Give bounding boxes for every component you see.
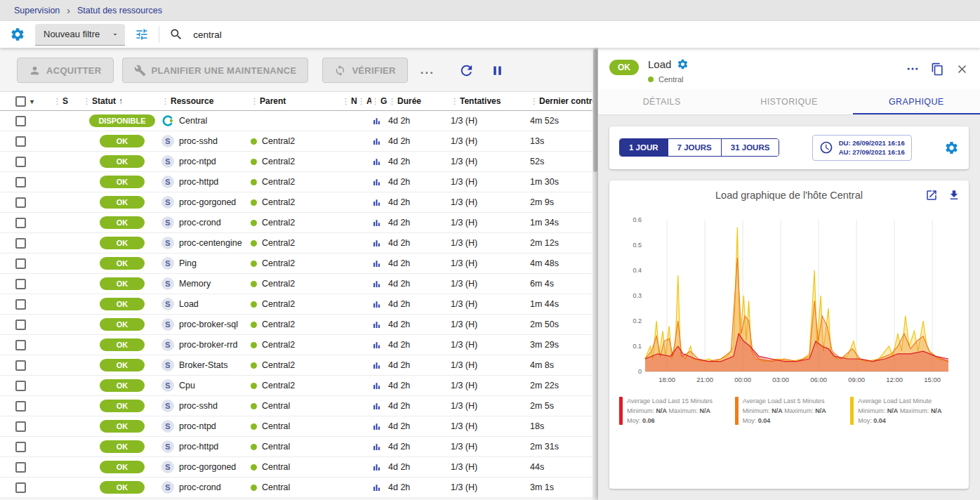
column-header-severity[interactable]: ⋮S <box>53 96 83 106</box>
graph-icon[interactable] <box>371 299 382 310</box>
row-checkbox[interactable] <box>15 421 26 432</box>
graph-settings-gear-icon[interactable] <box>944 140 959 155</box>
table-row[interactable]: OKSMemoryCentral24d 2h1/3 (H)6m 4s <box>0 274 592 294</box>
select-all-checkbox[interactable] <box>15 96 26 107</box>
row-checkbox[interactable] <box>15 340 26 350</box>
graph-cell[interactable] <box>371 116 388 126</box>
row-checkbox[interactable] <box>15 381 26 391</box>
row-checkbox[interactable] <box>15 258 26 269</box>
graph-icon[interactable] <box>371 238 382 249</box>
resource-cell[interactable]: Sproc-centengine <box>161 237 251 249</box>
graph-cell[interactable] <box>371 279 388 289</box>
tab-details[interactable]: DÉTAILS <box>598 89 725 114</box>
column-header-graph[interactable]: ⋮G <box>371 96 388 106</box>
table-row[interactable]: OKSproc-sshdCentral24d 2h1/3 (H)13s <box>0 131 592 152</box>
graph-icon[interactable] <box>371 279 382 289</box>
table-row[interactable]: OKSproc-sshdCentral4d 2h1/3 (H)2m 5s <box>0 396 592 416</box>
resource-cell[interactable]: Sproc-sshd <box>161 400 251 412</box>
resource-cell[interactable]: SPing <box>161 257 251 270</box>
graph-cell[interactable] <box>371 381 388 391</box>
scrollbar-thumb[interactable] <box>593 49 597 172</box>
resource-cell[interactable]: Sproc-httpd <box>161 440 251 453</box>
row-checkbox[interactable] <box>15 157 26 167</box>
graph-cell[interactable] <box>371 218 388 228</box>
graph-icon[interactable] <box>371 157 382 167</box>
graph-icon[interactable] <box>371 340 382 350</box>
resource-cell[interactable]: SLoad <box>161 298 251 310</box>
graph-icon[interactable] <box>371 442 382 452</box>
resource-cell[interactable]: Sproc-broker-sql <box>161 318 251 331</box>
graph-cell[interactable] <box>371 177 388 188</box>
resource-cell[interactable]: SCpu <box>161 379 251 392</box>
column-header-action[interactable]: ⋮A <box>357 96 371 106</box>
row-checkbox[interactable] <box>15 136 26 147</box>
graph-icon[interactable] <box>371 116 382 126</box>
row-checkbox[interactable] <box>15 320 26 330</box>
row-checkbox[interactable] <box>15 238 26 249</box>
column-header-resource[interactable]: ⋮Ressource <box>161 96 251 106</box>
refresh-icon[interactable] <box>458 63 475 79</box>
column-header-tries[interactable]: ⋮Tentatives <box>451 96 530 106</box>
table-row[interactable]: OKSCpuCentral24d 2h1/3 (H)2m 22s <box>0 376 592 396</box>
table-row[interactable]: OKSproc-gorgonedCentral4d 2h1/3 (H)44s <box>0 457 592 478</box>
graph-cell[interactable] <box>371 258 388 269</box>
column-header-status[interactable]: ⋮Statut↑ <box>83 96 161 106</box>
plan-maintenance-button[interactable]: PLANIFIER UNE MAINTENANCE <box>122 58 309 83</box>
graph-icon[interactable] <box>371 136 382 147</box>
graph-cell[interactable] <box>371 401 388 412</box>
graph-icon[interactable] <box>371 462 382 473</box>
legend-item[interactable]: Average Load Last 15 MinutesMinimum: N/A… <box>619 397 728 425</box>
table-row[interactable]: OKSproc-broker-sqlCentral24d 2h1/3 (H)2m… <box>0 315 592 335</box>
resource-cell[interactable]: SMemory <box>161 277 251 290</box>
panel-more-icon[interactable] <box>906 62 920 76</box>
table-row[interactable]: OKSproc-broker-rrdCentral24d 2h1/3 (H)3m… <box>0 335 592 355</box>
graph-cell[interactable] <box>371 299 388 310</box>
row-checkbox[interactable] <box>15 218 26 228</box>
table-row[interactable]: OKSproc-gorgonedCentral24d 2h1/3 (H)2m 9… <box>0 192 592 213</box>
legend-item[interactable]: Average Load Last MinuteMinimum: N/A Max… <box>850 397 959 425</box>
more-actions-button[interactable]: ... <box>416 63 439 77</box>
vertical-scrollbar[interactable] <box>592 48 598 500</box>
breadcrumb-item-supervision[interactable]: Supervision <box>14 6 60 15</box>
open-in-new-icon[interactable] <box>925 189 938 202</box>
graph-cell[interactable] <box>371 320 388 330</box>
graph-cell[interactable] <box>371 462 388 473</box>
table-row[interactable]: OKSproc-ntpdCentral4d 2h1/3 (H)18s <box>0 416 592 437</box>
row-checkbox[interactable] <box>15 299 26 310</box>
row-checkbox[interactable] <box>15 279 26 289</box>
table-row[interactable]: OKSLoadCentral24d 2h1/3 (H)1m 44s <box>0 294 592 315</box>
table-row[interactable]: OKSproc-crondCentral4d 2h1/3 (H)3m 1s <box>0 478 592 498</box>
graph-cell[interactable] <box>371 136 388 147</box>
graph-cell[interactable] <box>371 340 388 350</box>
graph-icon[interactable] <box>371 258 382 269</box>
filters-gear-icon[interactable] <box>10 27 25 42</box>
graph-cell[interactable] <box>371 157 388 167</box>
resource-cell[interactable]: Sproc-broker-rrd <box>161 338 251 351</box>
close-panel-icon[interactable] <box>955 63 969 76</box>
resource-cell[interactable]: Sproc-ntpd <box>161 420 251 433</box>
row-checkbox[interactable] <box>15 442 26 452</box>
graph-icon[interactable] <box>371 482 382 493</box>
date-range-picker[interactable]: DU: 26/09/2021 16:16 AU: 27/09/2021 16:1… <box>812 135 912 161</box>
breadcrumb-item-statut-ressources[interactable]: Statut des ressources <box>77 6 162 15</box>
row-checkbox[interactable] <box>15 462 26 473</box>
row-checkbox[interactable] <box>15 177 26 188</box>
tab-historique[interactable]: HISTORIQUE <box>725 89 852 114</box>
range-7-days-button[interactable]: 7 JOURS <box>668 139 721 156</box>
table-row[interactable]: DISPONIBLECentral4d 2h1/3 (H)4m 52s <box>0 111 592 131</box>
table-row[interactable]: OKSproc-httpdCentral4d 2h1/3 (H)2m 31s <box>0 437 592 457</box>
resource-cell[interactable]: Sproc-crond <box>161 481 251 494</box>
column-header-last-check[interactable]: ⋮Dernier contrôle <box>530 96 592 106</box>
graph-cell[interactable] <box>371 442 388 452</box>
row-checkbox[interactable] <box>15 482 26 493</box>
legend-item[interactable]: Average Load Last 5 MinutesMinimum: N/A … <box>735 397 844 425</box>
graph-cell[interactable] <box>371 482 388 493</box>
graph-icon[interactable] <box>371 421 382 432</box>
graph-cell[interactable] <box>371 238 388 249</box>
table-row[interactable]: OKSproc-crondCentral24d 2h1/3 (H)1m 34s <box>0 213 592 233</box>
row-checkbox[interactable] <box>15 197 26 208</box>
table-row[interactable]: OKSproc-httpdCentral24d 2h1/3 (H)1m 30s <box>0 172 592 192</box>
graph-cell[interactable] <box>371 197 388 208</box>
graph-icon[interactable] <box>371 218 382 228</box>
resource-cell[interactable]: Sproc-ntpd <box>161 155 251 168</box>
